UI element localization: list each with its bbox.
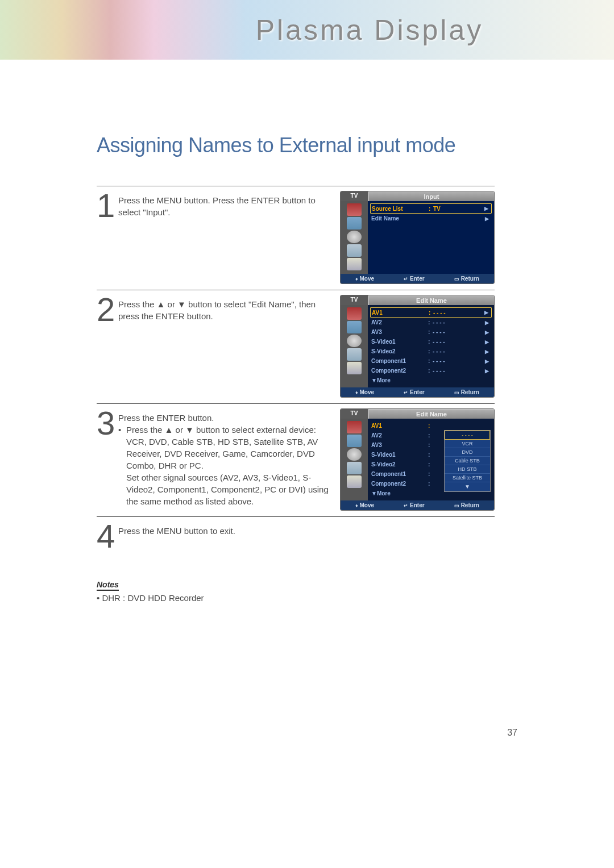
page-number: 37: [97, 728, 517, 738]
hint-enter: ↵ Enter: [404, 502, 424, 508]
dropdown-item-dvd[interactable]: DVD: [445, 448, 490, 457]
header-banner: Plasma Display: [0, 0, 614, 60]
step-1: 1 Press the MENU button. Press the ENTER…: [97, 186, 495, 290]
osd-title: Input: [368, 191, 494, 201]
hint-enter: ↵ Enter: [404, 389, 424, 395]
setup-icon: [347, 475, 362, 488]
channel-icon: [347, 462, 362, 474]
device-dropdown[interactable]: - - - - VCR DVD Cable STB HD STB Satelli…: [444, 430, 491, 492]
osd-sidebar-icons: [341, 305, 368, 387]
input-icon: [347, 203, 362, 216]
menu-item-av1[interactable]: AV1:- - - -▶: [370, 307, 492, 318]
step-text: Press the MENU button to exit.: [118, 521, 346, 537]
osd-footer: ♦ Move ↵ Enter ▭ Return: [341, 274, 494, 283]
notes-section: Notes • DHR : DVD HDD Recorder: [97, 579, 517, 603]
step-number: 4: [97, 521, 118, 551]
menu-item-edit-name[interactable]: Edit Name▶: [371, 214, 491, 223]
osd-menu-list: AV1:- - - -▶ AV2:- - - -▶ AV3:- - - -▶ S…: [368, 305, 494, 387]
banner-title: Plasma Display: [256, 14, 484, 47]
osd-title: Edit Name: [368, 409, 494, 419]
osd-title: Edit Name: [368, 295, 494, 305]
hint-return: ▭ Return: [454, 502, 479, 508]
step-text: Press the ENTER button. Press the ▲ or ▼…: [118, 408, 329, 507]
osd-panel-2: TV Edit Name AV1:- - - -▶: [340, 295, 495, 398]
menu-item-av1[interactable]: AV1:: [371, 421, 491, 431]
step-number: 2: [97, 295, 118, 324]
hint-move: ♦ Move: [355, 389, 374, 395]
picture-icon: [347, 435, 362, 447]
hint-move: ♦ Move: [355, 276, 374, 282]
dropdown-item-vcr[interactable]: VCR: [445, 440, 490, 448]
sound-icon: [347, 231, 362, 243]
notes-item: • DHR : DVD HDD Recorder: [97, 593, 517, 603]
menu-item-svideo2[interactable]: S-Video2:- - - -▶: [371, 347, 491, 356]
osd-footer: ♦ Move ↵ Enter ▭ Return: [341, 387, 494, 397]
osd-sidebar-icons: [341, 201, 368, 274]
menu-item-av3[interactable]: AV3:- - - -▶: [371, 327, 491, 337]
hint-move: ♦ Move: [355, 502, 374, 508]
page-title: Assigning Names to External input mode: [97, 133, 517, 157]
hint-return: ▭ Return: [454, 276, 479, 282]
dropdown-item-blank[interactable]: - - - -: [445, 431, 490, 440]
menu-item-component2[interactable]: Component2:- - - -▶: [371, 366, 491, 375]
step-4: 4 Press the MENU button to exit.: [97, 516, 495, 557]
menu-item-source-list[interactable]: Source List:TV▶: [370, 203, 492, 214]
osd-mode-label: TV: [341, 295, 368, 305]
menu-item-svideo1[interactable]: S-Video1:- - - -▶: [371, 337, 491, 347]
step-2: 2 Press the ▲ or ▼ button to select "Edi…: [97, 290, 495, 403]
step-number: 3: [97, 408, 118, 438]
picture-icon: [347, 321, 362, 333]
dropdown-item-hdstb[interactable]: HD STB: [445, 465, 490, 474]
dropdown-more-icon[interactable]: ▼: [445, 482, 490, 491]
osd-mode-label: TV: [341, 191, 368, 201]
step-text: Press the MENU button. Press the ENTER b…: [118, 191, 329, 218]
menu-item-more[interactable]: ▼More: [371, 375, 491, 385]
picture-icon: [347, 217, 362, 229]
menu-item-av2[interactable]: AV2:- - - -▶: [371, 318, 491, 327]
input-icon: [347, 307, 362, 320]
dropdown-item-satstb[interactable]: Satellite STB: [445, 474, 490, 482]
channel-icon: [347, 244, 362, 257]
osd-menu-list: AV1: AV2: AV3: S-Video1: S-Video2: Compo…: [368, 419, 494, 500]
menu-item-component1[interactable]: Component1:- - - -▶: [371, 356, 491, 366]
osd-panel-1: TV Input Source List:: [340, 191, 495, 284]
osd-mode-label: TV: [341, 409, 368, 419]
sound-icon: [347, 335, 362, 347]
osd-panel-3: TV Edit Name AV1: AV2:: [340, 408, 495, 511]
step-text: Press the ▲ or ▼ button to select "Edit …: [118, 295, 329, 322]
step-number: 1: [97, 191, 118, 220]
sound-icon: [347, 448, 362, 461]
input-icon: [347, 421, 362, 433]
notes-heading: Notes: [97, 580, 119, 591]
dropdown-item-cablestb[interactable]: Cable STB: [445, 457, 490, 465]
osd-footer: ♦ Move ↵ Enter ▭ Return: [341, 500, 494, 510]
hint-return: ▭ Return: [454, 389, 479, 395]
page-content: Assigning Names to External input mode 1…: [0, 60, 614, 761]
channel-icon: [347, 348, 362, 361]
setup-icon: [347, 362, 362, 374]
steps-section: 1 Press the MENU button. Press the ENTER…: [97, 186, 495, 557]
osd-menu-list: Source List:TV▶ Edit Name▶: [368, 201, 494, 274]
setup-icon: [347, 258, 362, 270]
step-3: 3 Press the ENTER button. Press the ▲ or…: [97, 403, 495, 516]
osd-sidebar-icons: [341, 419, 368, 500]
hint-enter: ↵ Enter: [404, 276, 424, 282]
